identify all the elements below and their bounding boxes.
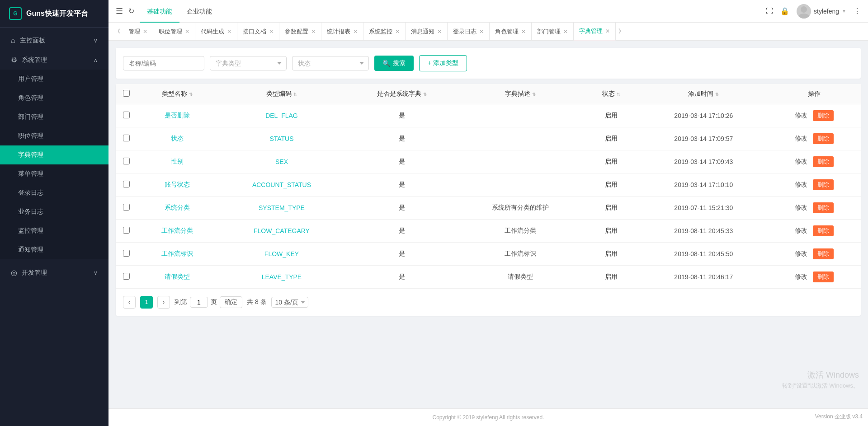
page-confirm-button[interactable]: 确定: [220, 296, 242, 308]
fullscreen-icon[interactable]: ⛶: [766, 7, 773, 15]
sidebar-item-system[interactable]: ⚙ 系统管理 ∧: [0, 50, 108, 70]
name-search-input[interactable]: [123, 56, 204, 70]
row-code-3[interactable]: ACCOUNT_STATUS: [252, 181, 311, 188]
sidebar-item-loginlog[interactable]: 登录日志: [0, 183, 108, 202]
sidebar-item-bizlog[interactable]: 业务日志: [0, 202, 108, 221]
row-code-7[interactable]: LEAVE_TYPE: [262, 273, 302, 281]
refresh-button[interactable]: ↻: [128, 7, 134, 15]
edit-button-0[interactable]: 修改: [795, 112, 807, 120]
tab-codegen[interactable]: 代码生成 ✕: [195, 23, 237, 41]
row-checkbox-5[interactable]: [123, 227, 130, 234]
tab-close-deptmgr[interactable]: ✕: [563, 28, 568, 35]
row-checkbox-1[interactable]: [123, 135, 130, 141]
status-search-select[interactable]: 状态 启用 禁用: [292, 56, 369, 70]
tab-params[interactable]: 参数配置 ✕: [279, 23, 321, 41]
row-checkbox-0[interactable]: [123, 112, 130, 118]
sidebar-item-menu[interactable]: 菜单管理: [0, 164, 108, 183]
row-name-2[interactable]: 性别: [171, 158, 184, 165]
edit-button-3[interactable]: 修改: [795, 181, 807, 189]
sidebar-item-position[interactable]: 职位管理: [0, 126, 108, 145]
row-name-0[interactable]: 是否删除: [165, 112, 190, 119]
tab-close-params[interactable]: ✕: [311, 28, 316, 35]
add-type-button[interactable]: + 添加类型: [419, 55, 467, 71]
tab-close-loginlog[interactable]: ✕: [479, 28, 484, 35]
sidebar-monitor-label: 监控管理: [18, 227, 43, 235]
row-name-4[interactable]: 系统分类: [165, 204, 190, 211]
lock-icon[interactable]: 🔒: [780, 7, 789, 15]
tab-next-button[interactable]: 》: [616, 28, 627, 35]
edit-button-6[interactable]: 修改: [795, 250, 807, 258]
search-button[interactable]: 🔍 搜索: [374, 56, 414, 71]
tab-close-rolemgr[interactable]: ✕: [521, 28, 526, 35]
tab-deptmgr[interactable]: 部门管理 ✕: [532, 23, 574, 41]
delete-button-0[interactable]: 删除: [813, 110, 834, 121]
tab-close-manage[interactable]: ✕: [143, 28, 147, 35]
tab-loginlog[interactable]: 登录日志 ✕: [448, 23, 490, 41]
delete-button-5[interactable]: 删除: [813, 225, 834, 236]
user-menu[interactable]: stylefeng ▼: [797, 4, 846, 19]
sidebar-item-user[interactable]: 用户管理: [0, 70, 108, 89]
row-checkbox-7[interactable]: [123, 273, 130, 280]
tab-apidoc[interactable]: 接口文档 ✕: [237, 23, 279, 41]
delete-button-1[interactable]: 删除: [813, 133, 834, 144]
sidebar-item-dept[interactable]: 部门管理: [0, 108, 108, 126]
nav-basic[interactable]: 基础功能: [140, 0, 179, 23]
tab-stats[interactable]: 统计报表 ✕: [321, 23, 363, 41]
row-code-6[interactable]: FLOW_KEY: [264, 250, 299, 257]
row-checkbox-6[interactable]: [123, 250, 130, 257]
row-checkbox-3[interactable]: [123, 181, 130, 187]
delete-button-2[interactable]: 删除: [813, 156, 834, 167]
page-size-select[interactable]: 10 条/页 20 条/页 50 条/页: [271, 297, 308, 308]
tab-close-sysmonitor[interactable]: ✕: [395, 28, 400, 35]
edit-button-1[interactable]: 修改: [795, 135, 807, 143]
edit-button-5[interactable]: 修改: [795, 227, 807, 235]
row-name-3[interactable]: 账号状态: [165, 181, 190, 188]
row-code-5[interactable]: FLOW_CATEGARY: [254, 227, 310, 234]
select-all-checkbox[interactable]: [123, 90, 130, 97]
tab-rolemgr[interactable]: 角色管理 ✕: [490, 23, 532, 41]
tab-sysmonitor[interactable]: 系统监控 ✕: [363, 23, 406, 41]
next-page-button[interactable]: ›: [157, 296, 170, 309]
row-name-1[interactable]: 状态: [171, 135, 184, 142]
tab-close-codegen[interactable]: ✕: [227, 28, 231, 35]
row-code-1[interactable]: STATUS: [269, 135, 293, 142]
tab-manage[interactable]: 管理 ✕: [123, 23, 153, 41]
row-name-5[interactable]: 工作流分类: [161, 227, 193, 234]
tab-position[interactable]: 职位管理 ✕: [153, 23, 195, 41]
row-checkbox-4[interactable]: [123, 204, 130, 211]
row-code-4[interactable]: SYSTEM_TYPE: [259, 204, 305, 211]
menu-toggle-button[interactable]: ☰: [116, 6, 123, 16]
tab-prev-button[interactable]: 《: [112, 28, 123, 35]
page-1-button[interactable]: 1: [140, 296, 153, 309]
row-code-0[interactable]: DEL_FLAG: [265, 112, 298, 119]
delete-button-7[interactable]: 删除: [813, 272, 834, 282]
edit-button-7[interactable]: 修改: [795, 273, 807, 281]
row-code-2[interactable]: SEX: [275, 158, 288, 165]
sidebar-item-role[interactable]: 角色管理: [0, 89, 108, 108]
tab-close-position[interactable]: ✕: [185, 28, 189, 35]
tab-close-dictmgr[interactable]: ✕: [605, 28, 610, 34]
delete-button-6[interactable]: 删除: [813, 248, 834, 259]
row-name-7[interactable]: 请假类型: [165, 273, 190, 280]
tab-close-message[interactable]: ✕: [437, 28, 442, 35]
delete-button-4[interactable]: 删除: [813, 202, 834, 213]
more-icon[interactable]: ⋮: [854, 7, 861, 15]
tab-close-apidoc[interactable]: ✕: [269, 28, 274, 35]
sidebar-item-dashboard[interactable]: ⌂ 主控面板 ∨: [0, 31, 108, 50]
row-checkbox-2[interactable]: [123, 158, 130, 164]
sidebar-item-dev[interactable]: ◎ 开发管理 ∨: [0, 263, 108, 282]
sidebar-item-dict[interactable]: 字典管理: [0, 145, 108, 164]
nav-enterprise[interactable]: 企业功能: [179, 0, 219, 23]
edit-button-2[interactable]: 修改: [795, 158, 807, 166]
prev-page-button[interactable]: ‹: [123, 296, 136, 309]
page-goto-input[interactable]: [190, 297, 208, 308]
tab-close-stats[interactable]: ✕: [353, 28, 358, 35]
sidebar-item-notify[interactable]: 通知管理: [0, 240, 108, 259]
row-name-6[interactable]: 工作流标识: [161, 250, 193, 257]
delete-button-3[interactable]: 删除: [813, 179, 834, 190]
edit-button-4[interactable]: 修改: [795, 204, 807, 212]
type-search-select[interactable]: 字典类型: [210, 56, 287, 70]
tab-dictmgr[interactable]: 字典管理 ✕: [574, 23, 616, 41]
sidebar-item-monitor[interactable]: 监控管理: [0, 221, 108, 240]
tab-message[interactable]: 消息通知 ✕: [406, 23, 448, 41]
